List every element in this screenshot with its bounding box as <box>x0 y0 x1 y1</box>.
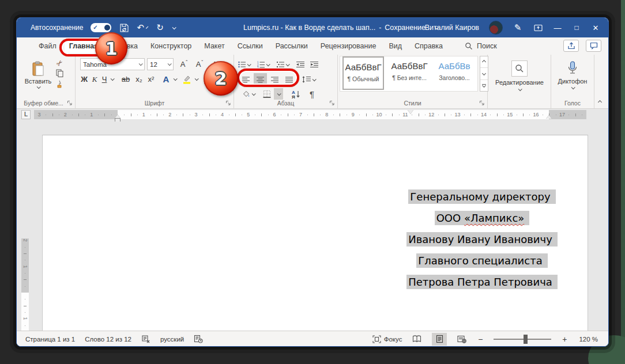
zoom-out-button[interactable]: − <box>477 335 484 344</box>
italic-button[interactable]: К <box>90 73 99 85</box>
superscript-button[interactable]: x² <box>145 73 157 85</box>
spellcheck-status-icon[interactable] <box>141 335 150 343</box>
microphone-icon <box>567 61 578 76</box>
ink-pen-icon[interactable]: ✎ <box>513 22 523 33</box>
tab-file[interactable]: Файл <box>34 37 61 55</box>
format-painter-button[interactable] <box>54 79 65 89</box>
language-indicator[interactable]: русский <box>160 336 184 343</box>
paragraph-dialog-launcher-icon[interactable] <box>329 100 335 106</box>
annotation-step-1: 1 <box>95 32 127 65</box>
styles-dialog-launcher-icon[interactable] <box>479 100 485 106</box>
zoom-level[interactable]: 120 % <box>579 336 598 343</box>
font-size-combo[interactable]: 12 <box>147 58 174 70</box>
font-dialog-launcher-icon[interactable] <box>225 100 231 106</box>
zoom-in-button[interactable]: + <box>561 335 568 344</box>
autosave-toggle[interactable]: ✓ <box>91 23 111 32</box>
ruler-number: 12 <box>428 110 434 119</box>
borders-chevron-button[interactable] <box>274 88 283 100</box>
title-separator: - <box>379 24 381 32</box>
cut-button[interactable]: ✂ <box>54 58 65 67</box>
tab-design[interactable]: Конструктор <box>146 37 196 55</box>
text-effects-button[interactable]: А <box>160 73 172 85</box>
increase-indent-button[interactable] <box>308 59 321 70</box>
ruler-number: 2 <box>22 237 28 244</box>
tab-mailings[interactable]: Рассылки <box>271 37 312 55</box>
underline-button[interactable]: Ч <box>100 73 109 85</box>
maximize-button[interactable]: □ <box>572 24 581 32</box>
tab-layout[interactable]: Макет <box>199 37 229 55</box>
word-count[interactable]: Слово 12 из 12 <box>85 336 131 343</box>
user-name[interactable]: Виталий Каиров <box>425 24 479 32</box>
style-heading[interactable]: АаБбВв Заголово... <box>434 56 475 90</box>
bold-button[interactable]: Ж <box>79 73 89 85</box>
show-marks-button[interactable]: ¶ <box>306 87 318 101</box>
web-layout-button[interactable] <box>454 333 469 346</box>
sort-button[interactable]: А Я <box>289 87 303 101</box>
status-bar: Страница 1 из 1 Слово 12 из 12 русский <box>17 331 608 347</box>
underline-chevron-icon[interactable] <box>111 77 115 81</box>
dictate-button[interactable]: Диктофон <box>555 56 590 93</box>
highlight-chevron-icon[interactable] <box>195 77 199 81</box>
ruler-tick <box>25 325 25 326</box>
grow-font-button[interactable]: Аˆ <box>177 58 191 70</box>
tab-references[interactable]: Ссылки <box>233 37 268 55</box>
editing-find-icon <box>515 64 524 73</box>
close-button[interactable]: ✕ <box>591 24 600 32</box>
style-no-spacing[interactable]: АаБбВвГ ¶ Без инте... <box>389 56 430 90</box>
paste-button[interactable]: Вставить <box>26 58 50 92</box>
undo-button[interactable]: ↶ <box>137 22 147 33</box>
first-line-indent-marker[interactable] <box>408 110 413 114</box>
save-icon[interactable] <box>119 22 129 33</box>
ruler-tick <box>216 115 216 115</box>
minimize-button[interactable]: — <box>553 24 562 32</box>
collapse-ribbon-icon[interactable] <box>598 100 602 104</box>
ruler-tick <box>340 113 340 116</box>
ruler-number: 7 <box>299 110 302 119</box>
user-avatar[interactable] <box>489 21 503 35</box>
editing-button[interactable]: Редактирование <box>494 56 545 94</box>
ruler-tick <box>575 113 576 116</box>
clipboard-dialog-launcher-icon[interactable] <box>67 100 73 106</box>
text-effects-chevron-icon[interactable] <box>174 77 178 81</box>
comments-button[interactable] <box>586 40 601 52</box>
accessibility-status-icon[interactable] <box>194 335 203 343</box>
read-mode-button[interactable] <box>409 333 424 346</box>
right-indent-marker[interactable] <box>546 115 552 119</box>
ruler-tick <box>163 115 164 115</box>
styles-more-icon[interactable] <box>480 80 488 91</box>
line-spacing-button[interactable] <box>299 73 318 86</box>
copy-button[interactable] <box>54 69 65 78</box>
doc-line: Петрова Петра Петровича <box>396 275 568 289</box>
tab-stop-selector[interactable]: L <box>21 110 31 119</box>
page-indicator[interactable]: Страница 1 из 1 <box>25 336 75 343</box>
document-page[interactable]: Генеральному директору ООО «Лампикс» Ива… <box>42 135 588 340</box>
shrink-font-button[interactable]: Аˇ <box>193 58 206 70</box>
share-button[interactable] <box>563 40 579 52</box>
ruler-number: 3 <box>37 110 40 119</box>
styles-scroll-down-icon[interactable] <box>480 68 488 79</box>
redo-button[interactable]: ↻ <box>155 22 165 33</box>
styles-scroll-up-icon[interactable] <box>480 56 488 68</box>
ruler-number: 1 <box>142 110 145 119</box>
tab-review[interactable]: Рецензирование <box>316 37 381 55</box>
tab-view[interactable]: Вид <box>384 37 406 55</box>
subscript-button[interactable]: x₂ <box>133 73 145 85</box>
quick-access-chevron-icon[interactable] <box>172 25 176 29</box>
shading-button[interactable] <box>239 88 257 100</box>
font-group-label: Шрифт <box>76 100 234 107</box>
search-box[interactable]: Поиск <box>465 37 497 55</box>
shading-bucket-icon <box>242 90 250 98</box>
focus-mode-button[interactable]: Фокус <box>372 335 402 343</box>
highlight-button[interactable] <box>180 73 193 85</box>
ribbon-display-options-icon[interactable] <box>533 22 543 33</box>
ruler-tick <box>307 115 308 115</box>
tab-help[interactable]: Справка <box>410 37 447 55</box>
decrease-indent-button[interactable] <box>294 59 307 70</box>
ruler-tick <box>25 299 25 299</box>
zoom-slider[interactable] <box>494 339 551 340</box>
style-normal[interactable]: АаБбВвГ ¶ Обычный <box>342 56 384 90</box>
borders-button[interactable] <box>260 88 274 100</box>
print-layout-button[interactable] <box>432 333 447 346</box>
zoom-slider-handle[interactable] <box>524 335 528 344</box>
strikethrough-button[interactable]: ab <box>119 73 132 85</box>
